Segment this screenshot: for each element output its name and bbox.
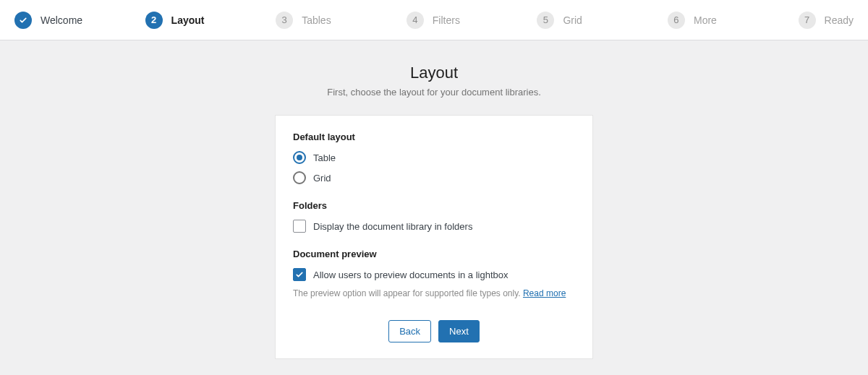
step-number: 6 [668, 12, 685, 29]
settings-card: Default layout Table Grid Folders Displa… [275, 115, 593, 359]
page-content: Layout First, choose the layout for your… [0, 40, 868, 375]
checkbox-input[interactable] [293, 220, 306, 233]
step-ready[interactable]: 7 Ready [799, 12, 854, 29]
page-title: Layout [0, 64, 868, 82]
check-icon [14, 12, 32, 29]
checkbox-input[interactable] [293, 268, 306, 281]
step-label: Tables [302, 14, 331, 26]
checkbox-label: Allow users to preview documents in a li… [313, 270, 509, 280]
helper-text: The preview option will appear for suppo… [293, 288, 523, 298]
section-folders: Folders Display the document library in … [293, 200, 575, 233]
step-label: Welcome [41, 14, 82, 26]
checkbox-label: Display the document library in folders [313, 221, 472, 232]
step-layout[interactable]: 2 Layout [145, 12, 276, 29]
step-more[interactable]: 6 More [668, 12, 799, 29]
step-number: 3 [276, 12, 293, 29]
setup-stepper: Welcome 2 Layout 3 Tables 4 Filters 5 Gr… [0, 0, 868, 40]
step-number: 7 [799, 12, 816, 29]
section-title: Folders [293, 200, 575, 211]
section-document-preview: Document preview Allow users to preview … [293, 249, 575, 298]
radio-label: Table [313, 152, 336, 163]
read-more-link[interactable]: Read more [523, 288, 566, 298]
step-label: Ready [825, 14, 854, 26]
radio-input[interactable] [293, 171, 306, 184]
step-number: 5 [537, 12, 554, 29]
page-heading: Layout [0, 64, 868, 82]
next-button[interactable]: Next [438, 320, 480, 342]
radio-input[interactable] [293, 151, 306, 164]
radio-label: Grid [313, 173, 331, 184]
checkbox-preview[interactable]: Allow users to preview documents in a li… [293, 268, 575, 281]
section-title: Default layout [293, 132, 575, 142]
checkbox-folders[interactable]: Display the document library in folders [293, 220, 575, 233]
back-button[interactable]: Back [388, 320, 431, 342]
section-title: Document preview [293, 249, 575, 259]
step-label: More [694, 14, 717, 26]
step-number: 2 [145, 12, 163, 29]
step-label: Layout [171, 14, 205, 26]
step-grid[interactable]: 5 Grid [537, 12, 668, 29]
step-number: 4 [407, 12, 424, 29]
radio-grid[interactable]: Grid [293, 171, 575, 184]
radio-table[interactable]: Table [293, 151, 575, 164]
section-default-layout: Default layout Table Grid [293, 132, 575, 184]
step-tables[interactable]: 3 Tables [276, 12, 407, 29]
layout-radio-group: Table Grid [293, 151, 575, 184]
card-actions: Back Next [293, 320, 575, 342]
step-welcome[interactable]: Welcome [14, 12, 145, 29]
step-filters[interactable]: 4 Filters [407, 12, 537, 29]
step-label: Grid [563, 14, 582, 26]
step-label: Filters [433, 14, 460, 26]
page-subtitle: First, choose the layout for your docume… [0, 87, 868, 98]
preview-helper-text: The preview option will appear for suppo… [293, 288, 575, 298]
